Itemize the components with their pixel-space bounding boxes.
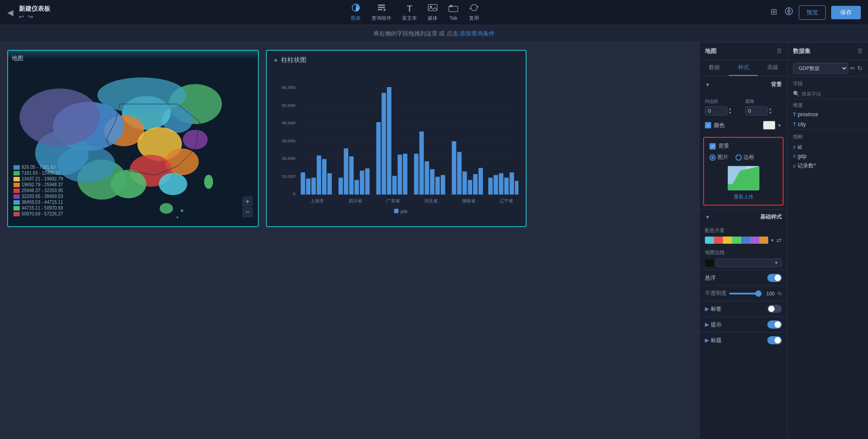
tool-reuse[interactable]: 复用 [469,4,479,22]
inner-margin-input[interactable] [705,106,727,115]
inner-margin-up[interactable]: ▲ [728,107,732,111]
tag-label: 标签 [711,305,722,313]
dataset-edit-icon[interactable]: ✏ [850,65,855,72]
add-query-link[interactable]: 添加查询条件 [460,30,495,37]
save-button[interactable]: 保存 [831,6,861,19]
svg-rect-72 [457,152,462,194]
corner-up[interactable]: ▲ [769,107,772,111]
bg-checkbox[interactable]: ✓ [709,143,716,149]
tab-icon [448,4,458,14]
grid-icon[interactable]: ⊞ [771,7,777,18]
bar-chart-widget[interactable]: ● 柱柱状图 60,000 50,000 40,000 30,000 20,00… [266,50,527,227]
svg-point-27 [20,88,100,146]
dataset-panel-header: 数据集 ☰ [788,43,868,60]
svg-rect-70 [441,175,445,195]
bg-preview-container [709,166,777,191]
svg-text:40,000: 40,000 [282,120,296,125]
dataset-refresh-icon[interactable]: ↻ [857,65,863,72]
svg-rect-82 [515,181,518,195]
radio-image-dot [709,154,716,161]
color-box[interactable] [763,121,775,130]
swatch-6 [759,237,768,244]
dim-field-province[interactable]: T province [788,110,868,119]
dataset-menu-icon[interactable]: ☰ [858,48,863,54]
svg-rect-68 [430,169,434,194]
svg-text:上海市: 上海市 [310,198,324,203]
indicator-section: 指标 # id # gdp # 记录数* [788,129,868,175]
svg-rect-58 [365,168,370,194]
map-widget[interactable]: 地图 [7,50,259,227]
tool-query[interactable]: 查询组件 [372,4,391,22]
caption-toggle[interactable] [767,336,782,344]
indicator-gdp[interactable]: # gdp [793,152,863,161]
color-scheme-section: 配色方案 ▼ ⇄ [700,224,787,246]
indicator-id[interactable]: # id [793,143,863,152]
corner-input[interactable] [745,106,768,115]
zoom-out-button[interactable]: − [243,207,252,217]
hash-count: # [793,163,796,169]
svg-rect-56 [354,180,359,195]
theme-icon[interactable] [784,7,793,18]
caption-toggle-knob [775,337,781,343]
tab-style[interactable]: 样式 [729,60,758,76]
upload-link[interactable]: 重新上传 [709,193,777,200]
indicator-name-id: id [797,144,802,150]
map-panel-header: 地图 ☰ [700,43,787,60]
color-strip[interactable] [705,237,768,244]
redo-button[interactable]: ↪ [28,13,33,20]
panels-container: 地图 ☰ 数据 样式 高级 ▼ 背景 内边距 [699,43,868,439]
back-button[interactable]: ◀ [7,8,13,18]
tool-chart[interactable]: 图表 [351,4,361,22]
color-scheme-dropdown[interactable]: ▼ [770,238,775,243]
svg-rect-78 [494,175,498,195]
svg-text:河北省: 河北省 [424,198,438,203]
background-section-header[interactable]: ▼ 背景 [700,76,787,93]
background-sub-section: ✓ 背景 图片 边框 [703,137,784,206]
color-checkbox[interactable]: ✓ [705,122,711,128]
tab-advanced[interactable]: 高级 [758,60,787,76]
corner-label: 圆角 [745,98,782,105]
map-border-row: ▼ [705,259,782,267]
color-scheme-edit-icon[interactable]: ⇄ [776,237,782,244]
svg-rect-51 [322,159,327,194]
query-bar-text: 将右侧的字段拖拽到这里 或 点击 [373,30,458,37]
svg-rect-73 [462,171,467,194]
tool-media[interactable]: 媒体 [428,4,438,22]
tool-tab[interactable]: Tab [448,4,458,21]
tag-toggle[interactable] [767,305,782,313]
color-scheme-row: ▼ ⇄ [705,237,782,244]
border-color-box[interactable] [705,259,714,267]
dataset-select[interactable]: GDP数据 [793,63,848,74]
reuse-icon [469,4,479,14]
radio-border[interactable]: 边框 [735,154,754,161]
svg-rect-47 [301,172,305,194]
float-toggle[interactable] [767,274,782,282]
radio-image[interactable]: 图片 [709,154,728,161]
color-dropdown-icon[interactable]: ▼ [777,123,782,128]
map-panel-menu-icon[interactable]: ☰ [777,48,782,54]
hint-toggle[interactable] [767,320,782,329]
dim-field-city[interactable]: T city [788,119,868,129]
svg-rect-3 [378,9,382,10]
svg-text:辽宁省: 辽宁省 [500,198,513,203]
basic-style-header[interactable]: ▼ 基础样式 [700,209,787,224]
svg-text:gdp: gdp [400,209,408,214]
opacity-slider[interactable] [729,293,758,294]
svg-rect-75 [473,174,478,194]
preview-button[interactable]: 预览 [799,5,826,20]
svg-rect-60 [381,93,386,195]
zoom-in-button[interactable]: + [243,197,252,206]
tab-data[interactable]: 数据 [700,60,729,76]
indicator-count[interactable]: # 记录数* [793,161,863,171]
main-layout: 地图 [0,43,868,439]
corner-down[interactable]: ▼ [769,111,772,115]
border-dropdown[interactable]: ▼ [716,259,782,267]
svg-text:0: 0 [293,191,296,196]
tool-richtext[interactable]: T 富文本 [402,4,417,22]
undo-button[interactable]: ↩ [19,13,24,20]
svg-rect-66 [419,132,424,194]
swatch-3 [732,237,741,244]
search-field-input[interactable] [802,91,864,97]
float-row: 悬浮 [700,270,787,285]
inner-margin-down[interactable]: ▼ [728,111,732,115]
